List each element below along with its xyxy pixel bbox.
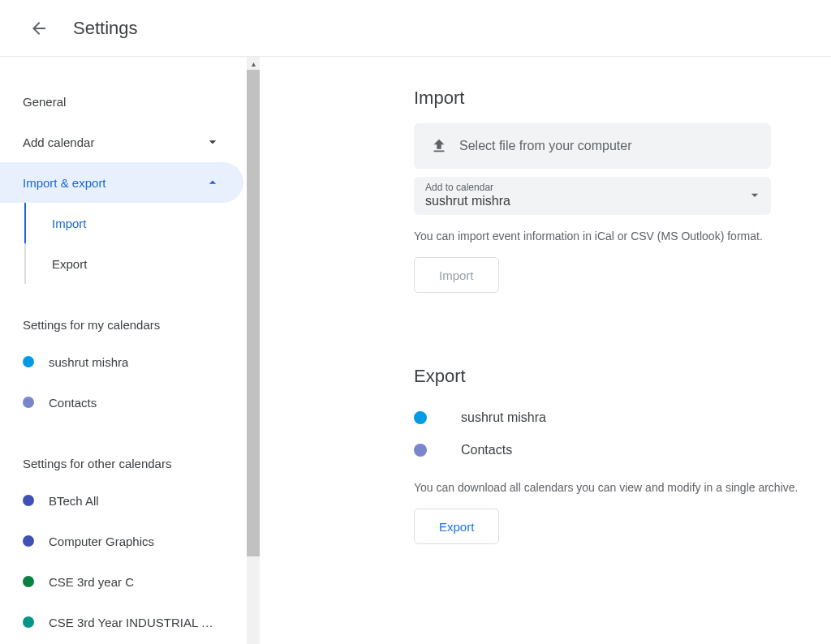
scrollbar-thumb[interactable] — [247, 70, 260, 556]
sidebar-section-my-calendars: Settings for my calendars — [0, 284, 243, 341]
sidebar-subitem-import[interactable]: Import — [23, 203, 243, 243]
back-button[interactable] — [23, 12, 55, 45]
sidebar-item-label: Add calendar — [23, 135, 94, 149]
sidebar-subitem-export[interactable]: Export — [23, 243, 243, 284]
calendar-name: CSE 3rd Year INDUSTRIAL M… — [49, 616, 221, 629]
sidebar-item-label: Export — [52, 257, 87, 271]
sidebar-scrollbar[interactable]: ▴ — [247, 57, 260, 644]
export-button[interactable]: Export — [414, 509, 499, 544]
chevron-down-icon — [747, 187, 763, 205]
calendar-color-dot — [23, 576, 34, 587]
calendar-name: Contacts — [461, 443, 512, 457]
calendar-color-dot — [414, 444, 427, 457]
calendar-name: sushrut mishra — [49, 355, 128, 369]
upload-icon — [430, 137, 448, 155]
import-heading: Import — [414, 88, 831, 109]
sidebar-item-import-export[interactable]: Import & export — [0, 162, 243, 203]
file-select-label: Select file from your computer — [459, 139, 632, 153]
sidebar-item-add-calendar[interactable]: Add calendar — [0, 122, 243, 162]
calendar-name: sushrut mishra — [461, 410, 546, 425]
select-label: Add to calendar — [425, 182, 760, 193]
file-select-button[interactable]: Select file from your computer — [414, 123, 771, 169]
sidebar-calendar-item[interactable]: BTech All — [0, 480, 243, 521]
main-content: Import Select file from your computer Ad… — [260, 57, 831, 644]
calendar-color-dot — [23, 535, 34, 547]
sidebar-item-label: Import — [52, 217, 87, 230]
calendar-color-dot — [414, 411, 427, 424]
export-calendar-row: sushrut mishra — [414, 401, 831, 434]
calendar-color-dot — [23, 616, 34, 628]
sidebar-calendar-item[interactable]: Contacts — [0, 382, 243, 423]
sidebar-item-label: Import & export — [23, 176, 106, 190]
sidebar-item-general[interactable]: General — [0, 81, 243, 122]
button-label: Import — [439, 268, 474, 282]
sidebar-subitems-import-export: Import Export — [0, 203, 243, 284]
sidebar-calendar-item[interactable]: sushrut mishra — [0, 341, 243, 382]
add-to-calendar-select[interactable]: Add to calendar sushrut mishra — [414, 177, 771, 215]
sidebar-other-calendars-list: BTech AllComputer GraphicsCSE 3rd year C… — [0, 480, 243, 642]
sidebar-calendar-item[interactable]: CSE 3rd Year INDUSTRIAL M… — [0, 602, 243, 642]
select-value: sushrut mishra — [425, 194, 760, 208]
button-label: Export — [439, 520, 474, 534]
sidebar-item-label: General — [23, 95, 66, 109]
export-heading: Export — [414, 366, 831, 387]
calendar-color-dot — [23, 356, 34, 367]
export-calendar-row: Contacts — [414, 434, 831, 466]
calendar-name: BTech All — [49, 494, 99, 508]
calendar-color-dot — [23, 397, 34, 408]
sidebar: General Add calendar Import & export Imp… — [0, 57, 243, 644]
sidebar-section-other-calendars: Settings for other calendars — [0, 423, 243, 480]
calendar-name: Contacts — [49, 396, 97, 410]
calendar-name: CSE 3rd year C — [49, 575, 134, 589]
export-helper-text: You can download all calendars you can v… — [414, 481, 831, 494]
import-helper-text: You can import event information in iCal… — [414, 230, 831, 243]
calendar-color-dot — [23, 495, 34, 506]
chevron-down-icon — [205, 134, 221, 150]
sidebar-calendar-item[interactable]: Computer Graphics — [0, 521, 243, 561]
chevron-up-icon — [205, 174, 221, 191]
calendar-name: Computer Graphics — [49, 535, 154, 548]
page-title: Settings — [73, 18, 138, 39]
sidebar-container: General Add calendar Import & export Imp… — [0, 57, 260, 644]
sidebar-calendar-item[interactable]: CSE 3rd year C — [0, 561, 243, 602]
app-header: Settings — [0, 0, 831, 57]
import-button[interactable]: Import — [414, 257, 499, 293]
scroll-up-arrow-icon[interactable]: ▴ — [247, 57, 260, 70]
arrow-left-icon — [29, 19, 49, 38]
export-calendar-list: sushrut mishraContacts — [414, 401, 831, 466]
sidebar-my-calendars-list: sushrut mishraContacts — [0, 341, 243, 423]
